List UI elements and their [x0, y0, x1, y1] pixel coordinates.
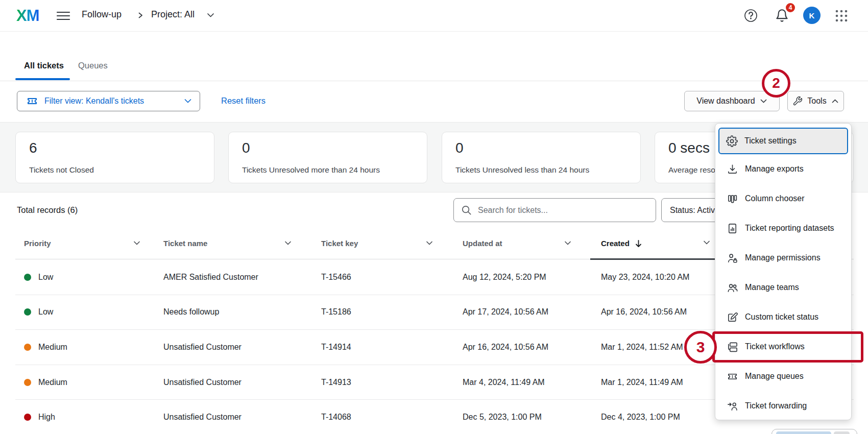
menu-item-icon — [727, 223, 738, 234]
stat-value: 0 — [242, 139, 427, 157]
tab-all-tickets[interactable]: All tickets — [24, 58, 64, 73]
ticket-key-cell: T-14914 — [321, 343, 463, 352]
priority-cell: Medium — [24, 378, 163, 387]
priority-cell: Medium — [24, 343, 163, 352]
stat-value: 0 — [455, 139, 640, 157]
breadcrumb-project[interactable]: Follow-up — [82, 9, 122, 20]
updated-at-cell: Apr 16, 2024, 10:56 AM — [463, 343, 601, 352]
horizontal-scrollbar[interactable] — [771, 429, 857, 434]
priority-cell: Low — [24, 273, 163, 282]
columns-icon — [727, 193, 738, 205]
priority-dot — [24, 344, 31, 351]
active-tab-underline — [15, 78, 70, 80]
priority-label: Medium — [38, 343, 67, 352]
report-icon — [727, 223, 738, 234]
reset-filters-link[interactable]: Reset filters — [221, 96, 266, 106]
updated-at-cell: Mar 4, 2024, 11:49 AM — [463, 378, 601, 387]
tools-menu-item-ticket-workflows[interactable]: Ticket workflows — [715, 332, 851, 361]
priority-dot — [24, 379, 31, 386]
gear-icon — [726, 135, 738, 147]
menu-item-icon — [727, 311, 738, 323]
people-icon — [727, 282, 738, 294]
download-icon — [727, 163, 738, 175]
stat-value: 6 — [29, 139, 214, 157]
help-icon[interactable] — [744, 9, 758, 22]
column-header[interactable]: Priority — [24, 239, 163, 248]
search-box[interactable] — [453, 198, 656, 222]
app-grid-icon[interactable] — [834, 9, 849, 23]
tools-menu: Ticket settings Manage exports Column ch… — [715, 123, 852, 420]
filter-view-label: Filter view: Kendall's tickets — [44, 97, 144, 106]
tools-menu-item-manage-permissions[interactable]: Manage permissions — [715, 243, 851, 273]
ticket-name-cell: AMER Satisfied Customer — [163, 273, 321, 282]
menu-item-icon — [727, 341, 738, 353]
chevron-down-icon — [703, 240, 711, 246]
column-label: Ticket name — [163, 239, 207, 248]
tools-menu-item-manage-exports[interactable]: Manage exports — [715, 154, 851, 184]
sort-desc-icon — [635, 239, 642, 248]
ticket-key-cell: T-15466 — [321, 273, 463, 282]
tools-menu-item-ticket-reporting-datasets[interactable]: Ticket reporting datasets — [715, 213, 851, 243]
tools-menu-item-manage-queues[interactable]: Manage queues — [715, 361, 851, 391]
edit-icon — [727, 311, 738, 323]
priority-label: Medium — [38, 378, 67, 387]
view-dashboard-button[interactable]: View dashboard — [684, 91, 780, 111]
tabs-divider — [0, 81, 868, 81]
menu-item-label: Ticket reporting datasets — [745, 224, 834, 233]
updated-at-cell: Apr 17, 2024, 10:56 AM — [463, 307, 601, 317]
ticket-name-cell: Needs followup — [163, 307, 321, 317]
filter-view-dropdown[interactable]: Filter view: Kendall's tickets — [17, 91, 200, 111]
menu-item-label: Column chooser — [745, 194, 805, 203]
chevron-down-icon — [760, 99, 767, 104]
tools-menu-item-custom-ticket-status[interactable]: Custom ticket status — [715, 302, 851, 332]
total-records-label: Total records (6) — [17, 205, 78, 215]
menu-item-label: Ticket settings — [744, 136, 797, 146]
tab-queues[interactable]: Queues — [78, 58, 108, 73]
priority-label: Low — [38, 273, 53, 282]
menu-item-label: Manage teams — [745, 283, 799, 292]
search-input[interactable] — [478, 206, 641, 215]
menu-item-icon — [727, 252, 738, 264]
forward-icon — [727, 400, 738, 412]
notification-count-badge: 4 — [785, 2, 796, 13]
scrollbar-thumb[interactable] — [776, 431, 831, 434]
menu-item-label: Custom ticket status — [745, 312, 818, 322]
tools-menu-item-column-chooser[interactable]: Column chooser — [715, 184, 851, 213]
priority-cell: High — [24, 413, 163, 422]
ticket-key-cell: T-14068 — [321, 413, 463, 422]
priority-label: Low — [38, 307, 53, 317]
top-bar: XM Follow-up Project: All 4 K — [0, 0, 868, 32]
xm-logo[interactable]: XM — [16, 7, 39, 25]
menu-item-label: Ticket forwarding — [745, 401, 807, 411]
tools-menu-item-manage-teams[interactable]: Manage teams — [715, 273, 851, 302]
column-header[interactable]: Ticket name — [163, 239, 321, 248]
ticket-icon — [727, 371, 738, 382]
tools-menu-item-ticket-settings[interactable]: Ticket settings — [718, 128, 848, 154]
stat-card: 6 Tickets not Closed — [15, 132, 214, 183]
priority-label: High — [38, 413, 55, 422]
stat-card: 0 Tickets Unresolved less than 24 hours — [442, 132, 641, 183]
wrench-icon — [792, 96, 803, 106]
breadcrumb-chevron-down-icon[interactable] — [206, 12, 215, 18]
menu-item-icon — [727, 193, 738, 205]
tools-label: Tools — [807, 97, 826, 106]
priority-cell: Low — [24, 307, 163, 317]
stat-label: Tickets not Closed — [29, 165, 214, 175]
ticket-key-cell: T-15186 — [321, 307, 463, 317]
column-header[interactable]: Ticket key — [321, 239, 463, 248]
tools-button[interactable]: Tools — [787, 91, 844, 111]
menu-item-icon — [727, 400, 738, 412]
breadcrumb-scope[interactable]: Project: All — [151, 9, 195, 20]
priority-dot — [24, 414, 31, 421]
tools-menu-item-ticket-forwarding[interactable]: Ticket forwarding — [715, 391, 851, 421]
stat-label: Tickets Unresolved less than 24 hours — [455, 165, 640, 175]
chevron-down-icon — [564, 240, 572, 246]
breadcrumb-separator-icon — [137, 11, 144, 19]
stat-card: 0 Tickets Unresolved more than 24 hours — [228, 132, 427, 183]
column-header[interactable]: Updated at — [463, 239, 601, 248]
workflow-icon — [727, 341, 738, 353]
menu-item-label: Manage queues — [745, 372, 804, 381]
chevron-down-icon — [284, 240, 292, 246]
avatar[interactable]: K — [803, 7, 821, 24]
hamburger-menu-icon[interactable] — [56, 10, 70, 22]
